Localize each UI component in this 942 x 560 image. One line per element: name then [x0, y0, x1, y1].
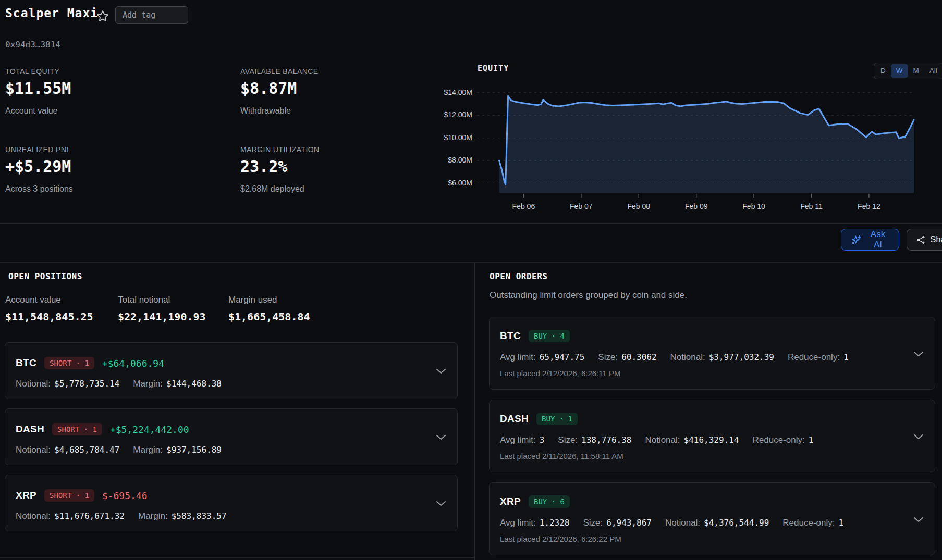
chart-range-selector: DWMAll [874, 63, 942, 79]
summary-label: Account value [5, 295, 93, 305]
order-card-btc[interactable]: BTC BUY · 4 Avg limit:65,947.75 Size:60.… [489, 317, 935, 390]
avg-limit-label: Avg limit: [500, 435, 536, 445]
notional-value: $3,977,032.39 [709, 352, 774, 362]
last-placed-timestamp: Last placed 2/12/2026, 6:26:22 PM [500, 534, 621, 543]
stat-label: AVAILABLE BALANCE [240, 67, 318, 76]
ask-ai-button[interactable]: Ask AI [841, 229, 899, 251]
side-badge: SHORT · 1 [44, 489, 94, 502]
margin-value: $144,468.38 [166, 379, 222, 389]
y-axis-label: $6.00M [441, 179, 472, 187]
notional-value: $11,676,671.32 [54, 511, 125, 521]
summary-value: $11,548,845.25 [5, 310, 93, 323]
order-header-row: BTC BUY · 4 [500, 330, 570, 342]
stat-total-equity: TOTAL EQUITY $11.55M Account value [5, 67, 71, 116]
range-button-d[interactable]: D [875, 64, 891, 78]
size-value: 6,943,867 [606, 518, 652, 528]
order-info-row: Avg limit:65,947.75 Size:60.3062 Notiona… [500, 352, 849, 363]
margin-label: Margin: [133, 445, 163, 455]
stat-value: 23.2% [240, 157, 320, 176]
notional-label: Notional: [16, 511, 51, 521]
reduce-only-value: 1 [809, 435, 814, 445]
summary-label: Total notional [118, 295, 206, 305]
summary-margin-used: Margin used $1,665,458.84 [228, 295, 310, 323]
stat-available-balance: AVAILABLE BALANCE $8.87M Withdrawable [240, 67, 318, 116]
margin-value: $937,156.89 [166, 445, 222, 455]
chevron-down-icon[interactable] [436, 499, 446, 508]
avg-limit-label: Avg limit: [500, 518, 536, 528]
add-tag-input[interactable] [115, 6, 188, 24]
side-badge: BUY · 1 [536, 413, 578, 425]
notional-value: $416,329.14 [684, 435, 739, 445]
stat-sublabel: Across 3 positions [5, 184, 73, 194]
chevron-down-icon[interactable] [436, 367, 446, 376]
share-label: Share [930, 234, 942, 245]
chevron-down-icon[interactable] [914, 432, 923, 442]
position-card-dash[interactable]: DASH SHORT · 1 +$5,224,442.00 Notional:$… [5, 408, 458, 465]
reduce-only-label: Reduce-only: [753, 435, 805, 445]
chevron-down-icon[interactable] [436, 433, 446, 442]
range-button-m[interactable]: M [908, 64, 924, 78]
margin-label: Margin: [133, 379, 163, 389]
coin-symbol: DASH [16, 424, 44, 435]
equity-area-chart: Feb 06Feb 07Feb 08Feb 09Feb 10Feb 11Feb … [477, 81, 914, 211]
last-placed-timestamp: Last placed 2/11/2026, 11:58:11 AM [500, 452, 623, 461]
summary-value: $22,141,190.93 [118, 310, 206, 323]
margin-value: $583,833.57 [172, 511, 227, 521]
size-label: Size: [598, 352, 618, 363]
summary-total-notional: Total notional $22,141,190.93 [118, 295, 206, 323]
position-header-row: BTC SHORT · 1 +$64,066.94 [16, 357, 164, 369]
position-card-xrp[interactable]: XRP SHORT · 1 $-695.46 Notional:$11,676,… [5, 475, 458, 531]
panels-vertical-divider [474, 262, 475, 560]
notional-label: Notional: [665, 518, 700, 528]
order-info-row: Avg limit:1.2328 Size:6,943,867 Notional… [500, 518, 843, 528]
range-button-w[interactable]: W [891, 64, 908, 78]
side-badge: SHORT · 1 [44, 357, 94, 369]
left-panel-bottom-divider [0, 557, 474, 558]
svg-text:Feb 12: Feb 12 [858, 202, 880, 210]
coin-symbol: XRP [16, 490, 36, 501]
share-button[interactable]: Share [907, 229, 942, 251]
position-header-row: DASH SHORT · 1 +$5,224,442.00 [16, 423, 189, 435]
favorite-star-button[interactable] [95, 9, 110, 23]
svg-text:Feb 11: Feb 11 [800, 202, 823, 210]
avg-limit-value: 65,947.75 [540, 352, 585, 362]
position-info-row: Notional:$5,778,735.14 Margin:$144,468.3… [16, 379, 222, 389]
reduce-only-value: 1 [843, 352, 849, 362]
y-axis-label: $14.00M [441, 88, 472, 96]
stat-label: UNREALIZED PNL [5, 145, 73, 154]
side-badge: SHORT · 1 [52, 423, 102, 435]
star-icon [96, 9, 109, 23]
chevron-down-icon[interactable] [914, 515, 923, 525]
y-axis-label: $8.00M [441, 156, 472, 164]
avg-limit-label: Avg limit: [500, 352, 536, 363]
position-card-btc[interactable]: BTC SHORT · 1 +$64,066.94 Notional:$5,77… [5, 342, 458, 399]
svg-text:Feb 06: Feb 06 [512, 202, 535, 210]
coin-symbol: BTC [16, 357, 36, 369]
wallet-address: 0x94d3…3814 [5, 40, 60, 49]
size-label: Size: [558, 435, 578, 445]
margin-label: Margin: [138, 511, 168, 521]
svg-text:Feb 08: Feb 08 [627, 202, 650, 210]
position-pnl: +$64,066.94 [102, 358, 164, 369]
range-button-all[interactable]: All [924, 64, 942, 78]
reduce-only-label: Reduce-only: [782, 518, 835, 528]
stat-value: $11.55M [5, 79, 71, 97]
order-header-row: DASH BUY · 1 [500, 413, 578, 425]
order-card-dash[interactable]: DASH BUY · 1 Avg limit:3 Size:138,776.38… [489, 400, 935, 472]
stat-label: TOTAL EQUITY [5, 67, 71, 76]
avg-limit-value: 1.2328 [540, 518, 570, 528]
last-placed-timestamp: Last placed 2/12/2026, 6:26:11 PM [500, 369, 621, 378]
order-card-xrp[interactable]: XRP BUY · 6 Avg limit:1.2328 Size:6,943,… [489, 482, 935, 555]
position-info-row: Notional:$11,676,671.32 Margin:$583,833.… [16, 511, 227, 521]
notional-label: Notional: [16, 445, 51, 455]
summary-label: Margin used [228, 295, 310, 305]
size-label: Size: [583, 518, 603, 528]
open-positions-title: OPEN POSITIONS [8, 271, 82, 281]
chevron-down-icon[interactable] [914, 350, 923, 359]
position-header-row: XRP SHORT · 1 $-695.46 [16, 489, 148, 502]
stat-label: MARGIN UTILIZATION [240, 145, 320, 154]
stat-value: +$5.29M [5, 157, 73, 176]
stat-sublabel: Account value [5, 106, 71, 116]
order-info-row: Avg limit:3 Size:138,776.38 Notional:$41… [500, 435, 813, 445]
svg-text:Feb 07: Feb 07 [570, 202, 593, 210]
